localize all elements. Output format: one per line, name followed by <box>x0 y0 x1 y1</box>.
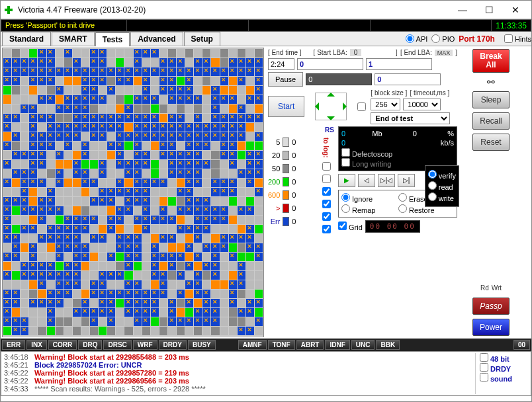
grid-timer: 00 00 00 <box>365 220 420 233</box>
status-err: ERR <box>2 340 25 350</box>
right-panel: Break All ⚯ Sleep Recall Reset RdWrt Pas… <box>460 46 522 339</box>
tab-tests[interactable]: Tests <box>95 32 130 46</box>
block-map <box>2 48 264 337</box>
status-amnf: AMNF <box>238 340 267 350</box>
status-abrt: ABRT <box>296 340 324 350</box>
write-radio[interactable]: write <box>428 192 456 202</box>
skip-button[interactable]: ▷|◁ <box>378 174 395 187</box>
timeout-select[interactable]: 10000 <box>403 99 441 110</box>
radio-api[interactable]: API <box>406 34 428 43</box>
tabs-row: Standard SMART Tests Advanced Setup API … <box>1 32 531 46</box>
play-button[interactable]: ▶ <box>338 174 355 187</box>
status-bbk: BBK <box>376 340 400 350</box>
navpad-check[interactable] <box>357 102 366 111</box>
tab-standard[interactable]: Standard <box>2 32 51 46</box>
status-wrf: WRF <box>133 340 157 350</box>
clock: 11:33:35 <box>492 20 531 31</box>
to-log-label: to log: <box>322 138 330 158</box>
status-corr: CORR <box>48 340 77 350</box>
bottom-status: ERRINXCORRDRQDRSCWRFDRDYBUSYAMNFTONFABRT… <box>1 339 531 351</box>
status-inx: INX <box>26 340 47 350</box>
block-size-select[interactable]: 256 <box>371 99 400 110</box>
close-button[interactable]: ✕ <box>502 3 529 17</box>
titlebar: Victoria 4.47 Freeware (2013-02-20) — ☐ … <box>1 1 531 19</box>
field3[interactable] <box>375 73 441 85</box>
rs-label: RS <box>268 126 334 134</box>
end-lba-input[interactable] <box>366 58 432 70</box>
sound-check[interactable]: sound <box>480 373 528 383</box>
end-time-input[interactable] <box>268 58 294 70</box>
tab-smart[interactable]: SMART <box>52 32 95 46</box>
step-button[interactable]: ▷| <box>398 174 415 187</box>
status-drdy: DRDY <box>159 340 187 350</box>
port-label: Port 170h <box>459 34 495 44</box>
drdy-check[interactable]: DRDY <box>480 363 528 373</box>
log-panel: 3:45:18 Warning! Block start at 29298554… <box>1 351 531 396</box>
maximize-button[interactable]: ☐ <box>476 3 502 17</box>
radio-pio[interactable]: PIO <box>431 34 455 43</box>
power-button[interactable]: Power <box>472 319 510 336</box>
link-icon: ⚯ <box>487 77 495 87</box>
hints-checkbox[interactable]: Hints <box>504 34 531 43</box>
status-unc: UNC <box>351 340 375 350</box>
status-bar: Press 'Passport' to init drive 11:33:35 <box>1 19 531 32</box>
controls-panel: [ End time ] [ Start LBA: 0 ] [ End LBA:… <box>265 46 460 339</box>
status-busy: BUSY <box>188 340 216 350</box>
reset-button[interactable]: Reset <box>472 134 510 151</box>
status-drq: DRQ <box>78 340 102 350</box>
end-test-select[interactable]: End of test <box>371 112 450 124</box>
start-lba-input[interactable] <box>297 58 363 70</box>
tab-setup[interactable]: Setup <box>184 32 220 46</box>
status-tonf: TONF <box>268 340 295 350</box>
field2 <box>306 73 372 85</box>
minimize-button[interactable]: — <box>449 3 476 17</box>
app-icon <box>3 5 14 15</box>
status-drsc: DRSC <box>103 340 131 350</box>
status-message: Press 'Passport' to init drive <box>1 20 127 31</box>
status-idnf: IDNF <box>325 340 349 350</box>
verify-radio[interactable]: verify <box>428 170 456 180</box>
prev-button[interactable]: ◁ <box>358 174 375 187</box>
48bit-check[interactable]: 48 bit <box>480 353 528 363</box>
remap-radio[interactable]: Remap <box>341 204 397 214</box>
grid-checkbox[interactable]: Grid <box>338 221 363 231</box>
recall-button[interactable]: Recall <box>472 112 510 130</box>
break-all-button[interactable]: Break All <box>472 49 510 73</box>
passp-button[interactable]: Passp <box>472 298 510 315</box>
ignore-radio[interactable]: Ignore <box>341 193 397 203</box>
read-radio[interactable]: read <box>428 181 456 191</box>
stats-box: 0Mb0% 0kb/s Defectoscop Long writing <box>338 126 457 171</box>
svg-rect-1 <box>5 9 13 11</box>
sleep-button[interactable]: Sleep <box>472 91 510 108</box>
defectoscop-check[interactable]: Defectoscop <box>341 150 392 158</box>
window-title: Victoria 4.47 Freeware (2013-02-20) <box>18 5 449 15</box>
tab-advanced[interactable]: Advanced <box>130 32 183 46</box>
start-button[interactable]: Start <box>268 96 304 117</box>
long-writing-check[interactable]: Long writing <box>341 160 391 168</box>
nav-pad[interactable] <box>311 89 351 124</box>
pause-button[interactable]: Pause <box>268 72 303 87</box>
